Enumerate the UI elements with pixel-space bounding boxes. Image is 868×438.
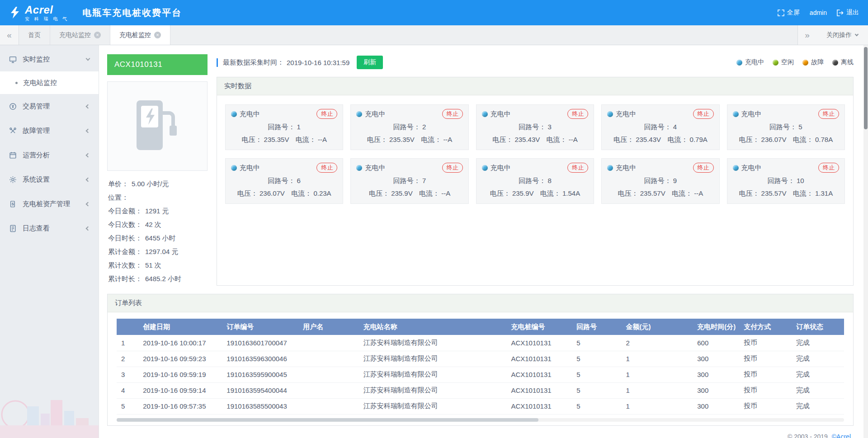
stat-label: 今日金额： [108,207,142,216]
stop-button[interactable]: 终止 [818,109,839,119]
sidebar-item-log-view[interactable]: 日志查看 [0,216,99,240]
circuit-status-label: 充电中 [365,164,385,172]
stat-label: 累计次数： [108,261,142,270]
order-user-cell [298,367,359,382]
fullscreen-button[interactable]: 全屏 [778,9,800,17]
voltage-label: 电压： [492,136,513,143]
sidebar-item-pile-asset-management[interactable]: 充电桩资产管理 [0,192,99,216]
circuit-card-top: 充电中 终止 [607,109,713,119]
chevron-left-icon [86,202,90,206]
charging-status-dot-icon [482,165,488,171]
current-value: 0.23A [313,189,331,197]
charging-status-dot-icon [231,165,237,171]
circuit-no-label: 回路号： [769,123,797,131]
stop-button[interactable]: 终止 [818,163,839,173]
circuit-no-value: 2 [422,123,426,131]
legend-item: 离线 [832,58,854,66]
order-minutes-cell: 300 [693,382,739,398]
legend-label: 空闲 [781,58,794,66]
stop-button[interactable]: 终止 [316,163,337,173]
stat-label: 今日次数： [108,221,142,229]
order-amount-cell: 1 [622,382,693,398]
logout-icon [837,9,844,16]
orders-column-header: 充电站名称 [359,319,507,335]
city-skyline-decoration [0,384,99,438]
close-operations-dropdown[interactable]: 关闭操作 [816,25,868,45]
orders-header-row: 创建日期 订单编号 用户名 充电站名称 充电桩编号 [117,319,844,335]
circuit-card-top: 充电中 终止 [482,109,588,119]
circuit-card-top: 充电中 终止 [231,163,337,173]
tab-close-icon[interactable]: × [94,32,101,38]
circuit-status-label: 充电中 [741,110,762,118]
order-circuit-cell: 5 [572,335,621,351]
circuit-no-value: 10 [797,177,804,184]
refresh-button[interactable]: 刷新 [357,56,383,69]
circuit-no-value: 5 [798,123,802,131]
sidebar-item-realtime-monitor[interactable]: 实时监控 [0,47,99,71]
charging-status-dot-icon [482,111,488,117]
circuit-number-line: 回路号： 3 [482,123,588,132]
circuit-card-top: 充电中 终止 [231,109,337,119]
order-list-panel: 订单列表 创建日期 [107,294,854,426]
stop-button[interactable]: 终止 [693,163,714,173]
sidebar-item-label: 故障管理 [23,127,50,135]
circuit-metrics-line: 电压： 236.07V 电流： 0.23A [231,189,337,198]
order-minutes-cell: 300 [693,351,739,367]
tabs-scroll-left-button[interactable]: « [0,25,19,45]
collect-time-label: 最新数据采集时间： [223,58,284,67]
circuit-status-label: 充电中 [491,164,511,172]
orders-panel-body: 创建日期 订单编号 用户名 充电站名称 充电桩编号 [108,312,853,425]
vertical-scrollbar-thumb[interactable] [864,47,868,129]
sidebar-item-transaction-management[interactable]: 交易管理 [0,94,99,118]
logout-label: 退出 [846,9,859,17]
close-operations-label: 关闭操作 [826,31,852,39]
logout-button[interactable]: 退出 [837,9,859,17]
circuit-no-value: 8 [547,177,551,184]
charging-status-dot-icon [356,165,362,171]
circuit-metrics-line: 电压： 235.57V 电流： 1.31A [733,189,839,198]
acrel-logo: Acrel 安 科 瑞 电 气 [9,5,69,21]
current-value: --A [441,189,450,197]
orders-column-header: 充电时间(分) [693,319,739,335]
tab-charging-station-monitor[interactable]: 充电站监控 × [50,25,110,45]
sidebar-item-system-settings[interactable]: 系统设置 [0,167,99,192]
sidebar: 实时监控 充电站监控 交易管理 故障管理 [0,45,99,438]
stop-button[interactable]: 终止 [442,163,463,173]
stop-button[interactable]: 终止 [567,163,588,173]
footer-brand-link[interactable]: ©Acrel [832,433,851,438]
legend-item: 充电中 [736,58,764,66]
circuit-no-label: 回路号： [268,177,295,184]
stop-button[interactable]: 终止 [567,109,588,119]
legend-label: 故障 [811,58,824,66]
sidebar-item-charging-station-monitor[interactable]: 充电站监控 [0,71,99,94]
stop-button[interactable]: 终止 [316,109,337,119]
circuit-card-top: 充电中 终止 [607,163,713,173]
circuit-no-label: 回路号： [519,123,546,131]
horizontal-scrollbar-thumb[interactable] [117,418,538,422]
circuit-card-top: 充电中 终止 [482,163,588,173]
stop-button[interactable]: 终止 [442,109,463,119]
circuit-card: 充电中 终止 回路号： 6 [225,158,343,204]
stop-button[interactable]: 终止 [693,109,714,119]
circuit-status: 充电中 [231,110,260,118]
tab-charging-pile-monitor[interactable]: 充电桩监控 × [110,25,170,45]
sidebar-item-operation-analysis[interactable]: 运营分析 [0,143,99,167]
order-amount-cell: 1 [622,398,693,414]
sidebar-item-fault-management[interactable]: 故障管理 [0,118,99,143]
tab-close-icon[interactable]: × [154,32,161,38]
circuit-status: 充电中 [482,164,511,172]
user-menu[interactable]: admin [810,9,827,16]
order-row: 4 2019-10-16 09:59:14 1910163595400044 江… [117,382,844,398]
orders-column-header-index [117,319,138,335]
current-value: --A [569,136,578,143]
circuit-card: 充电中 终止 回路号： 7 [350,158,468,204]
voltage-value: 235.57V [640,189,665,197]
pile-stats-list: 单价： 5.00 小时/元 位置： 今日金额： 1291 元 [107,171,208,286]
tab-home[interactable]: 首页 [19,25,50,45]
tabs-scroll-right-button[interactable]: » [797,25,816,45]
legend-status-dot-icon [773,60,778,66]
circuit-number-line: 回路号： 7 [356,177,462,185]
current-label: 电流： [667,136,688,143]
header-actions: 全屏 admin 退出 [778,9,859,17]
vertical-scrollbar [863,45,868,438]
